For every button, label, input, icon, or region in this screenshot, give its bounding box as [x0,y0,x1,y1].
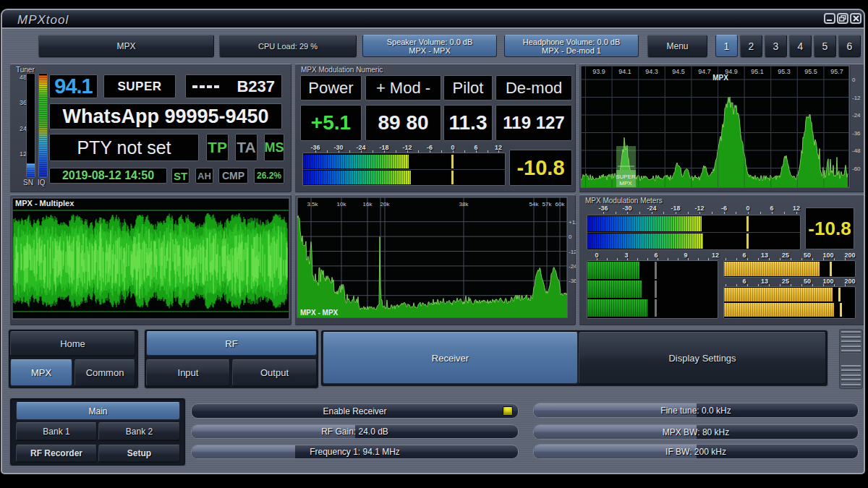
svg-text:20k: 20k [380,201,391,207]
svg-text:95.5: 95.5 [804,68,817,75]
svg-text:95.7: 95.7 [830,68,843,75]
svg-text:+12: +12 [569,219,576,226]
svg-text:94.1: 94.1 [618,68,631,75]
svg-text:-36: -36 [569,278,576,284]
svg-text:SUPER: SUPER [616,174,636,180]
svg-text:MPX - Multiplex: MPX - Multiplex [15,199,75,207]
svg-text:16k: 16k [363,201,373,207]
svg-text:0: 0 [569,234,572,240]
svg-text:93.9: 93.9 [592,68,605,75]
svg-text:38k: 38k [459,201,469,207]
svg-text:95.1: 95.1 [751,68,764,75]
svg-text:94.3: 94.3 [645,68,658,75]
svg-text:-24: -24 [852,112,861,119]
svg-text:-48: -48 [852,147,861,154]
svg-text:3.5k: 3.5k [307,201,318,207]
svg-text:60k: 60k [556,201,566,207]
svg-text:-36: -36 [852,130,861,137]
svg-text:54k: 54k [529,201,540,207]
svg-text:-12: -12 [852,95,861,101]
svg-text:-12: -12 [569,249,576,255]
svg-text:-60: -60 [852,166,861,172]
svg-text:MPX: MPX [619,180,632,187]
svg-text:0: 0 [852,77,856,83]
svg-text:-24: -24 [569,263,576,270]
svg-text:57k: 57k [542,201,553,207]
svg-text:94.7: 94.7 [698,68,711,75]
svg-text:94.5: 94.5 [672,68,685,75]
svg-text:MPX - MPX: MPX - MPX [300,309,339,317]
svg-text:MPX: MPX [712,74,728,82]
svg-text:10k: 10k [337,201,347,207]
svg-text:95.3: 95.3 [778,68,791,75]
